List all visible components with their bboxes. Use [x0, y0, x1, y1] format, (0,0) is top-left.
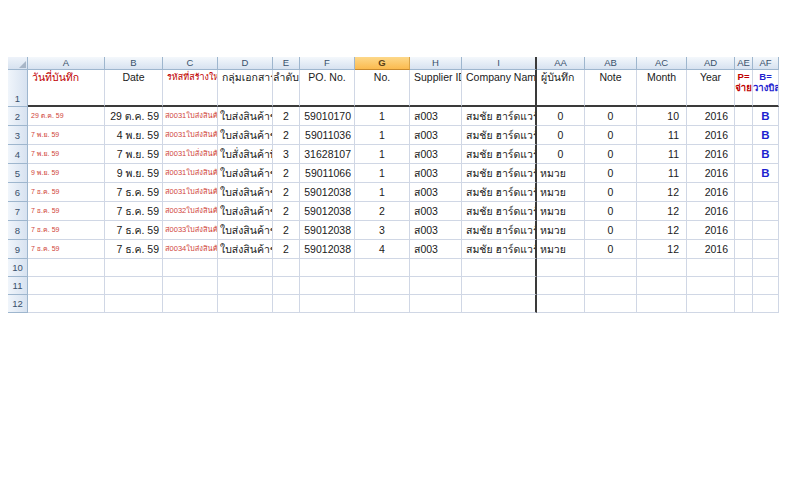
cell-D8[interactable]: ใบส่งสินค้าช้ [218, 221, 273, 240]
header-cell-C[interactable]: รหัสที่สร้างใหม่ [163, 70, 218, 107]
cell-AF9[interactable] [753, 240, 779, 259]
cell-AB8[interactable]: 0 [585, 221, 637, 240]
cell-C5[interactable]: ส0031ใบส่งสินค้ [163, 164, 218, 183]
cell-D3[interactable]: ใบส่งสินค้าช้ [218, 126, 273, 145]
cell-AE12[interactable] [735, 295, 753, 313]
row-header-8[interactable]: 8 [8, 221, 28, 240]
column-header-E[interactable]: E [273, 57, 300, 70]
cell-AC10[interactable] [637, 259, 687, 277]
cell-AF6[interactable] [753, 183, 779, 202]
cell-H2[interactable]: ส003 [410, 107, 462, 126]
cell-F12[interactable] [300, 295, 355, 313]
cell-G8[interactable]: 3 [355, 221, 410, 240]
cell-E7[interactable]: 2 [273, 202, 300, 221]
cell-F10[interactable] [300, 259, 355, 277]
cell-H8[interactable]: ส003 [410, 221, 462, 240]
column-header-AB[interactable]: AB [585, 57, 637, 70]
cell-F8[interactable]: 59012038 [300, 221, 355, 240]
cell-B9[interactable]: 7 ธ.ค. 59 [105, 240, 163, 259]
cell-AC11[interactable] [637, 277, 687, 295]
cell-AC7[interactable]: 12 [637, 202, 687, 221]
cell-G12[interactable] [355, 295, 410, 313]
cell-AC9[interactable]: 12 [637, 240, 687, 259]
cell-H7[interactable]: ส003 [410, 202, 462, 221]
header-cell-AA[interactable]: ผู้บันทึก [537, 70, 585, 107]
row-header-9[interactable]: 9 [8, 240, 28, 259]
header-cell-F[interactable]: PO. No. [300, 70, 355, 107]
cell-E11[interactable] [273, 277, 300, 295]
column-header-AF[interactable]: AF [753, 57, 779, 70]
cell-G6[interactable]: 1 [355, 183, 410, 202]
cell-D11[interactable] [218, 277, 273, 295]
header-cell-AB[interactable]: Note [585, 70, 637, 107]
cell-C8[interactable]: ส0033ใบส่งสินค้ [163, 221, 218, 240]
cell-B11[interactable] [105, 277, 163, 295]
cell-G2[interactable]: 1 [355, 107, 410, 126]
cell-A6[interactable]: 7 ธ.ค. 59 [28, 183, 105, 202]
cell-H10[interactable] [410, 259, 462, 277]
cell-AE11[interactable] [735, 277, 753, 295]
cell-AA10[interactable] [537, 259, 585, 277]
cell-AD10[interactable] [687, 259, 735, 277]
cell-AC5[interactable]: 11 [637, 164, 687, 183]
cell-I10[interactable] [462, 259, 537, 277]
cell-AF3[interactable]: B [753, 126, 779, 145]
cell-AB11[interactable] [585, 277, 637, 295]
cell-AD8[interactable]: 2016 [687, 221, 735, 240]
cell-AB6[interactable]: 0 [585, 183, 637, 202]
cell-B8[interactable]: 7 ธ.ค. 59 [105, 221, 163, 240]
cell-AB7[interactable]: 0 [585, 202, 637, 221]
header-cell-AF[interactable]: B=วางบิล [753, 70, 779, 107]
column-header-G[interactable]: G [355, 57, 410, 70]
cell-A10[interactable] [28, 259, 105, 277]
cell-AE6[interactable] [735, 183, 753, 202]
cell-A4[interactable]: 7 พ.ย. 59 [28, 145, 105, 164]
cell-I7[interactable]: สมชัย ฮาร์ดแวร์ [462, 202, 537, 221]
row-header-5[interactable]: 5 [8, 164, 28, 183]
cell-AE5[interactable] [735, 164, 753, 183]
cell-AE7[interactable] [735, 202, 753, 221]
header-cell-A[interactable]: วันที่บันทึก [28, 70, 105, 107]
cell-D10[interactable] [218, 259, 273, 277]
cell-AF10[interactable] [753, 259, 779, 277]
cell-AF2[interactable]: B [753, 107, 779, 126]
cell-F11[interactable] [300, 277, 355, 295]
cell-AB10[interactable] [585, 259, 637, 277]
cell-B12[interactable] [105, 295, 163, 313]
cell-AD2[interactable]: 2016 [687, 107, 735, 126]
cell-C10[interactable] [163, 259, 218, 277]
cell-H12[interactable] [410, 295, 462, 313]
column-header-D[interactable]: D [218, 57, 273, 70]
cell-AB2[interactable]: 0 [585, 107, 637, 126]
row-header-4[interactable]: 4 [8, 145, 28, 164]
cell-I8[interactable]: สมชัย ฮาร์ดแวร์ [462, 221, 537, 240]
cell-C9[interactable]: ส0034ใบส่งสินค้ [163, 240, 218, 259]
cell-A9[interactable]: 7 ธ.ค. 59 [28, 240, 105, 259]
cell-C3[interactable]: ส0031ใบส่งสินค้ [163, 126, 218, 145]
cell-G4[interactable]: 1 [355, 145, 410, 164]
header-cell-H[interactable]: Supplier ID [410, 70, 462, 107]
cell-AF11[interactable] [753, 277, 779, 295]
header-cell-B[interactable]: Date [105, 70, 163, 107]
cell-AD6[interactable]: 2016 [687, 183, 735, 202]
cell-A11[interactable] [28, 277, 105, 295]
cell-AA12[interactable] [537, 295, 585, 313]
cell-D7[interactable]: ใบส่งสินค้าช้ [218, 202, 273, 221]
cell-F7[interactable]: 59012038 [300, 202, 355, 221]
cell-AA4[interactable]: 0 [537, 145, 585, 164]
column-header-F[interactable]: F [300, 57, 355, 70]
cell-AE8[interactable] [735, 221, 753, 240]
cell-C12[interactable] [163, 295, 218, 313]
header-cell-AC[interactable]: Month [637, 70, 687, 107]
row-header-1[interactable]: 1 [8, 70, 28, 107]
cell-D5[interactable]: ใบส่งสินค้าช้ [218, 164, 273, 183]
cell-C11[interactable] [163, 277, 218, 295]
header-cell-I[interactable]: Company Name [462, 70, 537, 107]
cell-AD12[interactable] [687, 295, 735, 313]
cell-E9[interactable]: 2 [273, 240, 300, 259]
cell-A12[interactable] [28, 295, 105, 313]
column-header-AD[interactable]: AD [687, 57, 735, 70]
cell-D9[interactable]: ใบส่งสินค้าช้ [218, 240, 273, 259]
row-header-7[interactable]: 7 [8, 202, 28, 221]
cell-AA3[interactable]: 0 [537, 126, 585, 145]
